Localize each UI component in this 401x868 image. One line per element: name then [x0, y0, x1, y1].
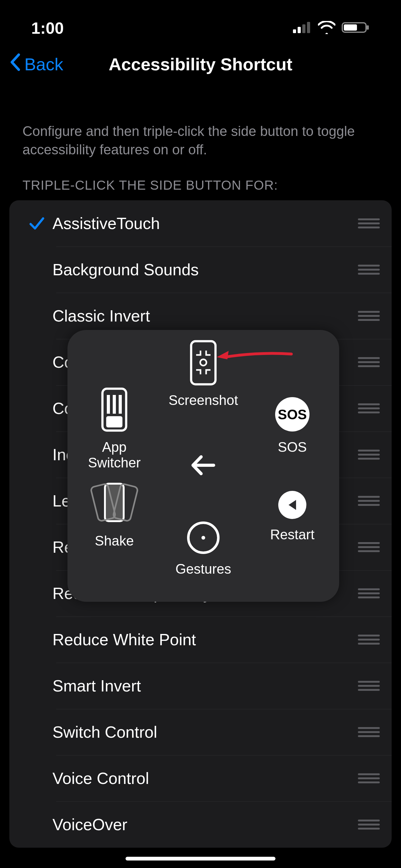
shake-icon — [88, 480, 141, 528]
screenshot-icon — [189, 339, 218, 388]
drag-handle-icon[interactable] — [358, 541, 380, 553]
atm-app-switcher-button[interactable]: App Switcher — [77, 386, 152, 470]
drag-handle-icon[interactable] — [358, 633, 380, 646]
chevron-left-icon — [9, 54, 21, 75]
svg-point-8 — [200, 359, 206, 366]
nav-bar: Back Accessibility Shortcut — [0, 44, 401, 84]
drag-handle-icon[interactable] — [358, 402, 380, 415]
option-row[interactable]: Smart Invert — [9, 663, 392, 709]
option-label: Smart Invert — [53, 677, 358, 695]
gestures-icon — [186, 521, 221, 556]
option-label: Classic Invert — [53, 307, 358, 325]
atm-app-switcher-label: App Switcher — [77, 439, 152, 470]
atm-restart-label: Restart — [270, 527, 314, 542]
drag-handle-icon[interactable] — [358, 818, 380, 831]
app-switcher-icon — [99, 386, 129, 434]
svg-rect-5 — [367, 25, 369, 30]
drag-handle-icon[interactable] — [358, 726, 380, 738]
atm-screenshot-button[interactable]: Screenshot — [166, 339, 241, 408]
svg-rect-1 — [298, 27, 301, 33]
sos-icon: SOS — [274, 396, 311, 434]
atm-restart-button[interactable]: Restart — [255, 489, 330, 542]
status-time: 1:00 — [31, 19, 64, 37]
atm-shake-label: Shake — [95, 533, 134, 549]
atm-sos-label: SOS — [278, 439, 307, 455]
svg-point-23 — [201, 536, 205, 539]
option-label: Reduce White Point — [53, 630, 358, 649]
checkmark-slot — [21, 215, 53, 231]
svg-rect-3 — [307, 22, 310, 33]
arrow-left-icon — [189, 451, 218, 479]
atm-gestures-label: Gestures — [175, 561, 231, 577]
drag-handle-icon[interactable] — [358, 448, 380, 461]
drag-handle-icon[interactable] — [358, 356, 380, 368]
atm-screenshot-label: Screenshot — [169, 393, 238, 408]
checkmark-icon — [29, 215, 45, 231]
option-row[interactable]: Background Sounds — [9, 247, 392, 293]
svg-rect-7 — [191, 341, 215, 384]
section-description: Configure and then triple-click the side… — [0, 84, 401, 159]
drag-handle-icon[interactable] — [358, 264, 380, 276]
battery-icon — [342, 21, 370, 35]
svg-rect-0 — [293, 29, 296, 33]
drag-handle-icon[interactable] — [358, 587, 380, 599]
wifi-icon — [318, 21, 335, 35]
section-subtitle: TRIPLE-CLICK THE SIDE BUTTON FOR: — [0, 159, 401, 200]
option-label: AssistiveTouch — [53, 214, 358, 233]
option-row[interactable]: VoiceOver — [9, 801, 392, 848]
option-row[interactable]: Switch Control — [9, 709, 392, 755]
svg-rect-6 — [344, 24, 357, 31]
svg-rect-13 — [106, 416, 123, 428]
drag-handle-icon[interactable] — [358, 310, 380, 322]
drag-handle-icon[interactable] — [358, 495, 380, 507]
svg-rect-2 — [302, 24, 305, 33]
option-label: Switch Control — [53, 723, 358, 741]
cellular-icon — [293, 21, 312, 35]
home-indicator — [126, 857, 275, 861]
svg-text:SOS: SOS — [278, 407, 307, 422]
svg-rect-10 — [107, 395, 110, 414]
drag-handle-icon[interactable] — [358, 772, 380, 784]
restart-icon — [277, 489, 308, 522]
status-indicators — [293, 21, 370, 35]
atm-back-button[interactable] — [189, 451, 218, 480]
drag-handle-icon[interactable] — [358, 680, 380, 692]
drag-handle-icon[interactable] — [358, 217, 380, 230]
back-button[interactable]: Back — [9, 54, 63, 75]
back-label: Back — [24, 54, 63, 74]
option-row[interactable]: Voice Control — [9, 755, 392, 801]
option-row[interactable]: Reduce White Point — [9, 617, 392, 663]
option-label: Voice Control — [53, 769, 358, 788]
option-label: Background Sounds — [53, 260, 358, 279]
option-row[interactable]: AssistiveTouch — [9, 200, 392, 247]
atm-gestures-button[interactable]: Gestures — [166, 521, 241, 577]
atm-sos-button[interactable]: SOS SOS — [255, 396, 330, 455]
atm-shake-button[interactable]: Shake — [77, 480, 152, 549]
status-bar: 1:00 — [0, 0, 401, 44]
svg-rect-11 — [113, 395, 116, 414]
svg-rect-12 — [119, 395, 122, 414]
option-label: VoiceOver — [53, 815, 358, 834]
assistivetouch-menu: Screenshot App Switcher SOS SOS — [67, 330, 339, 602]
